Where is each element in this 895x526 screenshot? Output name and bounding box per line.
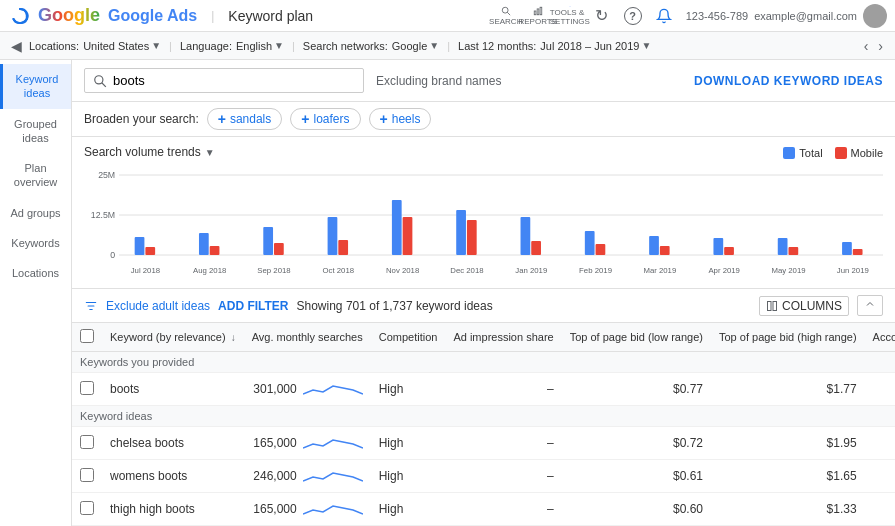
sandals-tag[interactable]: + sandals — [207, 108, 283, 130]
table-row: chelsea boots 165,000 High – $0.72 $1.95 — [72, 427, 895, 460]
table-row: boots 301,000 High – $0.77 $1.77 — [72, 373, 895, 406]
row-checkbox[interactable] — [80, 501, 94, 515]
svg-rect-50 — [767, 301, 771, 310]
sep3: | — [447, 40, 450, 52]
th-top-page-bid-low[interactable]: Top of page bid (low range) — [562, 323, 711, 352]
loafers-tag[interactable]: + loafers — [290, 108, 360, 130]
svg-text:Aug 2018: Aug 2018 — [193, 266, 227, 275]
sep2: | — [292, 40, 295, 52]
search-box — [84, 68, 364, 93]
svg-rect-21 — [274, 243, 284, 255]
th-avg-monthly[interactable]: Avg. monthly searches — [244, 323, 371, 352]
cell-avg-monthly: 246,000 — [244, 460, 371, 493]
date-range-value: Jul 2018 – Jun 2019 — [540, 40, 639, 52]
svg-rect-29 — [456, 210, 466, 255]
sidebar-toggle[interactable]: ◀ — [8, 38, 25, 54]
legend-mobile-dot — [835, 147, 847, 159]
sidebar-item-locations[interactable]: Locations — [0, 258, 71, 288]
top-nav: Google Google Ads | Keyword plan SEARCH … — [0, 0, 895, 32]
th-ad-impression-share[interactable]: Ad impression share — [445, 323, 561, 352]
avatar[interactable] — [863, 4, 887, 28]
prev-arrow[interactable]: ‹ — [860, 36, 873, 56]
legend-total-label: Total — [799, 147, 822, 159]
svg-text:Nov 2018: Nov 2018 — [386, 266, 420, 275]
showing-count-text: Showing 701 of 1,737 keyword ideas — [297, 299, 493, 313]
bell-icon[interactable] — [654, 6, 674, 26]
columns-button[interactable]: COLUMNS — [759, 296, 849, 316]
row-checkbox[interactable] — [80, 435, 94, 449]
search-networks-value: Google — [392, 40, 427, 52]
refresh-icon[interactable]: ↻ — [592, 6, 612, 26]
date-range-dropdown[interactable]: Jul 2018 – Jun 2019 ▼ — [540, 40, 651, 52]
th-keyword[interactable]: Keyword (by relevance) ↓ — [102, 323, 244, 352]
table-row: womens boots 246,000 High – $0.61 $1.65 — [72, 460, 895, 493]
search-networks-dropdown[interactable]: Google ▼ — [392, 40, 439, 52]
svg-text:Mar 2019: Mar 2019 — [643, 266, 676, 275]
chart-legend: Total Mobile — [783, 147, 883, 159]
svg-rect-3 — [534, 11, 536, 15]
locations-label: Locations: — [29, 40, 79, 52]
svg-rect-36 — [596, 244, 606, 255]
svg-point-6 — [95, 75, 103, 83]
cell-keyword: womens boots — [102, 460, 244, 493]
svg-text:Jul 2018: Jul 2018 — [131, 266, 161, 275]
select-all-checkbox[interactable] — [80, 329, 94, 343]
chart-svg: 25M 12.5M 0 Jul 2018 Aug 2018 — [84, 165, 883, 280]
exclude-adult-ideas-link[interactable]: Exclude adult ideas — [106, 299, 210, 313]
row-checkbox[interactable] — [80, 381, 94, 395]
add-filter-button[interactable]: ADD FILTER — [218, 299, 288, 313]
google-text: Google — [38, 5, 100, 26]
svg-text:Jun 2019: Jun 2019 — [837, 266, 869, 275]
tools-nav-icon[interactable]: TOOLS & SETTINGS — [560, 6, 580, 26]
svg-rect-17 — [199, 233, 209, 255]
cell-bid-high: $1.95 — [711, 427, 865, 460]
account-number: 123-456-789 — [686, 10, 748, 22]
th-competition[interactable]: Competition — [371, 323, 446, 352]
svg-rect-24 — [338, 240, 348, 255]
sidebar-item-keywords[interactable]: Keywords — [0, 228, 71, 258]
download-keyword-ideas-button[interactable]: DOWNLOAD KEYWORD IDEAS — [694, 74, 883, 88]
cell-bid-low: $0.60 — [562, 493, 711, 526]
broaden-row: Broaden your search: + sandals + loafers… — [72, 102, 895, 137]
svg-rect-33 — [531, 241, 541, 255]
search-icon — [93, 74, 107, 88]
chart-dropdown-arrow[interactable]: ▼ — [205, 147, 215, 158]
keyword-ideas-header: Keyword ideas — [72, 406, 895, 427]
expand-button[interactable] — [857, 295, 883, 316]
row-checkbox[interactable] — [80, 468, 94, 482]
next-arrow[interactable]: › — [874, 36, 887, 56]
svg-rect-41 — [713, 238, 723, 255]
reports-nav-icon[interactable]: REPORTS — [528, 6, 548, 26]
svg-rect-51 — [773, 301, 777, 310]
th-top-page-bid-high[interactable]: Top of page bid (high range) — [711, 323, 865, 352]
cell-bid-low: $0.61 — [562, 460, 711, 493]
svg-text:Apr 2019: Apr 2019 — [708, 266, 740, 275]
th-account-status[interactable]: Account status — [865, 323, 895, 352]
language-dropdown[interactable]: English ▼ — [236, 40, 284, 52]
excluding-text: Excluding brand names — [376, 74, 501, 88]
search-input[interactable] — [113, 73, 355, 88]
svg-text:Feb 2019: Feb 2019 — [579, 266, 612, 275]
heels-tag[interactable]: + heels — [369, 108, 432, 130]
svg-point-1 — [502, 7, 508, 13]
sidebar-item-keyword-ideas[interactable]: Keyword ideas — [0, 64, 71, 109]
svg-rect-35 — [585, 231, 595, 255]
cell-account-status — [865, 427, 895, 460]
chart-title: Search volume trends — [84, 145, 201, 159]
search-nav-icon[interactable]: SEARCH — [496, 6, 516, 26]
help-icon[interactable]: ? — [624, 7, 642, 25]
search-networks-label: Search networks: — [303, 40, 388, 52]
cell-avg-monthly: 301,000 — [244, 373, 371, 406]
cell-keyword: boots — [102, 373, 244, 406]
sidebar-item-ad-groups[interactable]: Ad groups — [0, 198, 71, 228]
sidebar-item-plan-overview[interactable]: Plan overview — [0, 153, 71, 198]
columns-label: COLUMNS — [782, 299, 842, 313]
locations-dropdown[interactable]: United States ▼ — [83, 40, 161, 52]
cell-bid-high: $1.33 — [711, 493, 865, 526]
svg-rect-48 — [853, 249, 863, 255]
svg-rect-14 — [135, 237, 145, 255]
sidebar-item-grouped-ideas[interactable]: Grouped ideas — [0, 109, 71, 154]
cell-ad-share: – — [445, 427, 561, 460]
svg-rect-15 — [145, 247, 155, 255]
top-nav-right: SEARCH REPORTS TOOLS & SETTINGS ↻ ? 123-… — [496, 4, 887, 28]
